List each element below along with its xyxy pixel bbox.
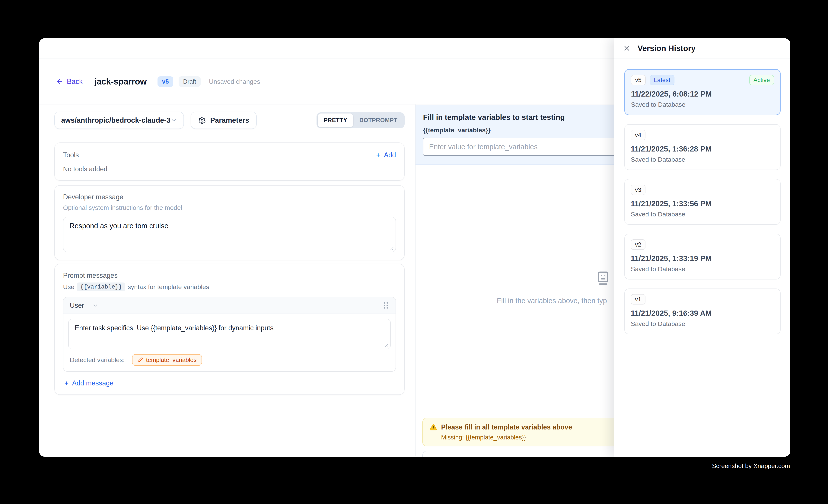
version-history-title: Version History (637, 44, 696, 53)
message-header: User (64, 297, 396, 314)
add-message-label: Add message (72, 379, 114, 387)
close-icon[interactable] (623, 44, 631, 52)
plus-icon: ＋ (63, 378, 70, 388)
page-title: jack-sparrow (94, 76, 147, 87)
add-tool-button[interactable]: ＋ Add (375, 151, 396, 160)
detected-variable-name: template_variables (146, 356, 197, 364)
latest-badge: Latest (650, 75, 674, 85)
gear-icon (198, 116, 206, 124)
toggle-pretty[interactable]: PRETTY (318, 114, 353, 127)
version-badge: v5 (158, 76, 173, 87)
role-select-value[interactable]: User (70, 301, 84, 309)
add-message-button[interactable]: ＋ Add message (63, 378, 114, 388)
prompt-messages-hint: Use {{variable}} syntax for template var… (63, 283, 396, 291)
version-number-badge: v4 (631, 130, 646, 140)
hint-variable-chip: {{variable}} (77, 283, 125, 291)
draft-badge: Draft (178, 76, 201, 87)
empty-state-text: Fill in the variables above, then typ (497, 297, 607, 305)
tools-empty-text: No tools added (63, 165, 396, 173)
message-value: Enter task specifics. Use {{template_var… (75, 324, 274, 332)
version-timestamp: 11/21/2025, 9:16:39 AM (631, 309, 774, 318)
version-item-v4[interactable]: v4 11/21/2025, 1:36:28 PM Saved to Datab… (624, 124, 781, 170)
resize-handle-icon[interactable] (383, 342, 388, 347)
version-item-v3[interactable]: v3 11/21/2025, 1:33:56 PM Saved to Datab… (624, 179, 781, 225)
developer-message-card: Developer message Optional system instru… (54, 185, 405, 260)
version-status: Saved to Database (631, 265, 774, 273)
watermark-text: Screenshot by Xnapper.com (712, 462, 790, 469)
app-window: Back jack-sparrow v5 Draft Unsaved chang… (39, 38, 790, 457)
version-number-badge: v3 (631, 184, 646, 195)
tools-card: Tools ＋ Add No tools added (54, 142, 405, 181)
warning-triangle-icon (429, 423, 437, 431)
unsaved-changes-label: Unsaved changes (209, 78, 260, 85)
version-number-badge: v1 (631, 294, 646, 304)
resize-handle-icon[interactable] (389, 245, 394, 250)
active-badge: Active (749, 75, 774, 85)
version-item-v1[interactable]: v1 11/21/2025, 9:16:39 AM Saved to Datab… (624, 289, 781, 334)
prompt-messages-title: Prompt messages (63, 271, 396, 280)
detected-variable-chip[interactable]: template_variables (132, 354, 202, 366)
version-timestamp: 11/21/2025, 1:33:19 PM (631, 254, 774, 263)
developer-message-textarea[interactable]: Respond as you are tom cruise (63, 217, 396, 252)
hint-prefix: Use (63, 283, 74, 291)
version-list: v5 Latest Active 11/22/2025, 6:08:12 PM … (614, 59, 790, 334)
format-toggle: PRETTY DOTPROMPT (317, 112, 405, 128)
chevron-down-icon[interactable] (92, 302, 98, 308)
tools-title: Tools (63, 151, 79, 159)
version-status: Saved to Database (631, 156, 774, 163)
version-item-v2[interactable]: v2 11/21/2025, 1:33:19 PM Saved to Datab… (624, 234, 781, 280)
drag-handle-icon[interactable] (383, 302, 389, 309)
developer-message-subtitle: Optional system instructions for the mod… (63, 204, 396, 211)
developer-message-title: Developer message (63, 193, 396, 201)
pencil-icon (137, 357, 143, 363)
arrow-left-icon (56, 78, 64, 85)
version-timestamp: 11/22/2025, 6:08:12 PM (631, 90, 774, 98)
add-tool-label: Add (384, 151, 396, 159)
hint-suffix: syntax for template variables (128, 283, 209, 291)
chevron-down-icon (170, 117, 177, 124)
detected-variables-row: Detected variables: template_variables (68, 354, 391, 366)
bot-icon (595, 269, 612, 286)
version-number-badge: v5 (631, 75, 646, 85)
toggle-dotprompt[interactable]: DOTPROMPT (353, 114, 404, 127)
version-timestamp: 11/21/2025, 1:36:28 PM (631, 145, 774, 153)
message-textarea[interactable]: Enter task specifics. Use {{template_var… (68, 319, 391, 349)
back-label: Back (67, 78, 83, 86)
model-select-value: aws/anthropic/bedrock-claude-3-5-s... (61, 116, 170, 124)
version-timestamp: 11/21/2025, 1:33:56 PM (631, 200, 774, 208)
parameters-label: Parameters (210, 116, 249, 124)
version-history-panel: Version History v5 Latest Active 11/22/2… (614, 38, 790, 457)
message-block: User Enter task specifics. Use {{templat… (63, 297, 396, 372)
version-status: Saved to Database (631, 320, 774, 328)
model-select[interactable]: aws/anthropic/bedrock-claude-3-5-s... (54, 112, 184, 129)
detected-variables-label: Detected variables: (70, 356, 125, 364)
editor-column: aws/anthropic/bedrock-claude-3-5-s... Pa… (39, 104, 415, 456)
version-item-v5[interactable]: v5 Latest Active 11/22/2025, 6:08:12 PM … (624, 69, 781, 115)
prompt-messages-card: Prompt messages Use {{variable}} syntax … (54, 264, 405, 395)
back-button[interactable]: Back (56, 78, 83, 86)
version-status: Saved to Database (631, 101, 774, 108)
developer-message-value: Respond as you are tom cruise (70, 222, 168, 230)
plus-icon: ＋ (375, 151, 382, 160)
warning-title: Please fill in all template variables ab… (441, 423, 572, 431)
parameters-button[interactable]: Parameters (191, 112, 257, 129)
version-number-badge: v2 (631, 239, 646, 250)
version-status: Saved to Database (631, 211, 774, 218)
